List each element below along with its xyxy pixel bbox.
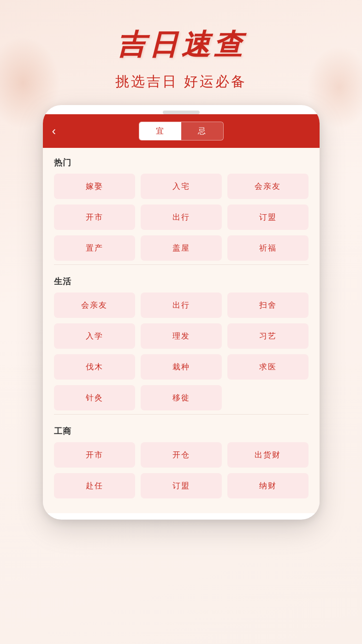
tab-ji[interactable]: 忌	[181, 122, 223, 140]
tag-biz-kaicang[interactable]: 开仓	[141, 442, 222, 468]
app-header: ‹ 宜 忌	[43, 114, 320, 148]
tab-group: 宜 忌	[139, 122, 224, 141]
tag-biz-furen[interactable]: 赴任	[54, 473, 135, 498]
section-hot: 热门 嫁娶 入宅 会亲友 开市 出行 订盟 置产 盖屋 祈福	[54, 148, 309, 261]
divider-2	[54, 414, 309, 415]
phone-mockup: ‹ 宜 忌 热门 嫁娶 入宅 会亲友 开市 出行 订盟 置产 盖屋 祈福	[43, 105, 320, 520]
tag-ruzhai[interactable]: 入宅	[141, 174, 222, 199]
tag-dingmeng[interactable]: 订盟	[227, 205, 309, 230]
tag-life-xiye[interactable]: 习艺	[227, 323, 309, 349]
business-tags-grid: 开市 开仓 出货财 赴任 订盟 纳财	[54, 442, 309, 498]
tag-life-zhenjiu[interactable]: 针灸	[54, 385, 135, 410]
section-business: 工商 开市 开仓 出货财 赴任 订盟 纳财	[54, 416, 309, 498]
section-life-title: 生活	[54, 267, 309, 293]
back-button[interactable]: ‹	[52, 124, 56, 138]
life-tags-grid: 会亲友 出行 扫舍 入学 理发 习艺 伐木 栽种 求医 针灸 移徙	[54, 293, 309, 410]
tag-life-huiqinyou[interactable]: 会亲友	[54, 293, 135, 318]
tag-life-saoshe[interactable]: 扫舍	[227, 293, 309, 318]
phone-notch	[163, 111, 200, 114]
tag-jiaju[interactable]: 嫁娶	[54, 174, 135, 199]
tag-biz-dingmeng[interactable]: 订盟	[141, 473, 222, 498]
tag-qifu[interactable]: 祈福	[227, 235, 309, 261]
tab-yi[interactable]: 宜	[139, 122, 181, 140]
tag-zhichan[interactable]: 置产	[54, 235, 135, 261]
tag-chuxing[interactable]: 出行	[141, 205, 222, 230]
tag-biz-kaishi[interactable]: 开市	[54, 442, 135, 468]
tag-life-famu[interactable]: 伐木	[54, 354, 135, 380]
tag-life-qiuyi[interactable]: 求医	[227, 354, 309, 380]
tag-kaishi[interactable]: 开市	[54, 205, 135, 230]
section-life: 生活 会亲友 出行 扫舍 入学 理发 习艺 伐木 栽种 求医 针灸 移徙	[54, 267, 309, 410]
header-section: 吉日速查 挑选吉日 好运必备	[0, 0, 362, 105]
tag-life-ruxue[interactable]: 入学	[54, 323, 135, 349]
tag-life-zazhong[interactable]: 栽种	[141, 354, 222, 380]
tag-life-lifa[interactable]: 理发	[141, 323, 222, 349]
tag-life-yitu[interactable]: 移徙	[141, 385, 222, 410]
tag-biz-chuhuo[interactable]: 出货财	[227, 442, 309, 468]
tag-huiqinyou[interactable]: 会亲友	[227, 174, 309, 199]
divider-1	[54, 264, 309, 265]
subtitle: 挑选吉日 好运必备	[0, 72, 362, 91]
section-business-title: 工商	[54, 416, 309, 442]
tag-biz-nacai[interactable]: 纳财	[227, 473, 309, 498]
section-hot-title: 热门	[54, 148, 309, 174]
tag-gaiwu[interactable]: 盖屋	[141, 235, 222, 261]
tag-life-chuxing[interactable]: 出行	[141, 293, 222, 318]
content-area: 热门 嫁娶 入宅 会亲友 开市 出行 订盟 置产 盖屋 祈福 生活 会亲友 出行…	[43, 148, 320, 513]
hot-tags-grid: 嫁娶 入宅 会亲友 开市 出行 订盟 置产 盖屋 祈福	[54, 174, 309, 261]
main-title: 吉日速查	[0, 25, 362, 64]
